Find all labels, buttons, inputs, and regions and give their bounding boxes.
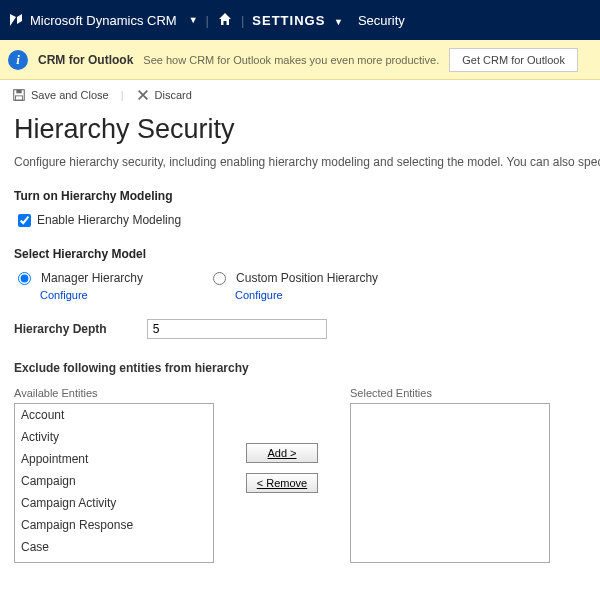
save-icon	[12, 88, 26, 102]
available-entities-label: Available Entities	[14, 387, 214, 399]
dynamics-icon	[8, 12, 24, 28]
get-crm-outlook-button[interactable]: Get CRM for Outlook	[449, 48, 578, 72]
nav-separator: |	[206, 13, 209, 28]
list-item[interactable]: Campaign Response	[15, 514, 213, 536]
hierarchy-depth-label: Hierarchy Depth	[14, 322, 107, 336]
nav-module[interactable]: SETTINGS ▼	[252, 13, 344, 28]
page-description: Configure hierarchy security, including …	[14, 155, 586, 169]
selected-entities-label: Selected Entities	[350, 387, 550, 399]
enable-hierarchy-checkbox[interactable]	[18, 214, 31, 227]
page-title: Hierarchy Security	[14, 114, 586, 145]
remove-button[interactable]: < Remove	[246, 473, 318, 493]
configure-custom-link[interactable]: Configure	[235, 289, 378, 301]
enable-hierarchy-label: Enable Hierarchy Modeling	[37, 213, 181, 227]
custom-position-label: Custom Position Hierarchy	[236, 271, 378, 285]
hierarchy-depth-input[interactable]	[147, 319, 327, 339]
model-heading: Select Hierarchy Model	[14, 247, 586, 261]
chevron-down-icon: ▼	[334, 17, 344, 27]
manager-hierarchy-radio[interactable]	[18, 272, 31, 285]
selected-entities-listbox[interactable]	[350, 403, 550, 563]
enable-heading: Turn on Hierarchy Modeling	[14, 189, 586, 203]
add-button[interactable]: Add >	[246, 443, 318, 463]
nav-area[interactable]: Security	[358, 13, 405, 28]
info-icon: i	[8, 50, 28, 70]
available-entities-listbox[interactable]: AccountActivityAppointmentCampaignCampai…	[14, 403, 214, 563]
close-icon	[136, 88, 150, 102]
list-item[interactable]: Case Creation Rule	[15, 558, 213, 563]
notification-message: See how CRM for Outlook makes you even m…	[143, 54, 439, 66]
discard-button[interactable]: Discard	[136, 88, 192, 102]
notification-title: CRM for Outlook	[38, 53, 133, 67]
chevron-down-icon: ▼	[189, 15, 198, 25]
list-item[interactable]: Activity	[15, 426, 213, 448]
save-and-close-button[interactable]: Save and Close	[12, 88, 109, 102]
list-item[interactable]: Campaign Activity	[15, 492, 213, 514]
exclude-heading: Exclude following entities from hierarch…	[14, 361, 586, 375]
top-nav-bar: Microsoft Dynamics CRM ▼ | | SETTINGS ▼ …	[0, 0, 600, 40]
home-icon	[217, 11, 233, 27]
product-name: Microsoft Dynamics CRM	[30, 13, 177, 28]
list-item[interactable]: Account	[15, 404, 213, 426]
configure-manager-link[interactable]: Configure	[40, 289, 143, 301]
manager-hierarchy-label: Manager Hierarchy	[41, 271, 143, 285]
list-item[interactable]: Case	[15, 536, 213, 558]
nav-separator: |	[241, 13, 244, 28]
home-button[interactable]	[217, 11, 233, 30]
svg-rect-2	[16, 96, 23, 100]
command-bar: Save and Close | Discard	[0, 80, 600, 110]
notification-bar: i CRM for Outlook See how CRM for Outloo…	[0, 40, 600, 80]
custom-position-radio[interactable]	[213, 272, 226, 285]
page-content: Hierarchy Security Configure hierarchy s…	[0, 110, 600, 563]
svg-rect-1	[16, 90, 21, 94]
list-item[interactable]: Appointment	[15, 448, 213, 470]
list-item[interactable]: Campaign	[15, 470, 213, 492]
product-logo[interactable]: Microsoft Dynamics CRM ▼	[8, 12, 198, 28]
